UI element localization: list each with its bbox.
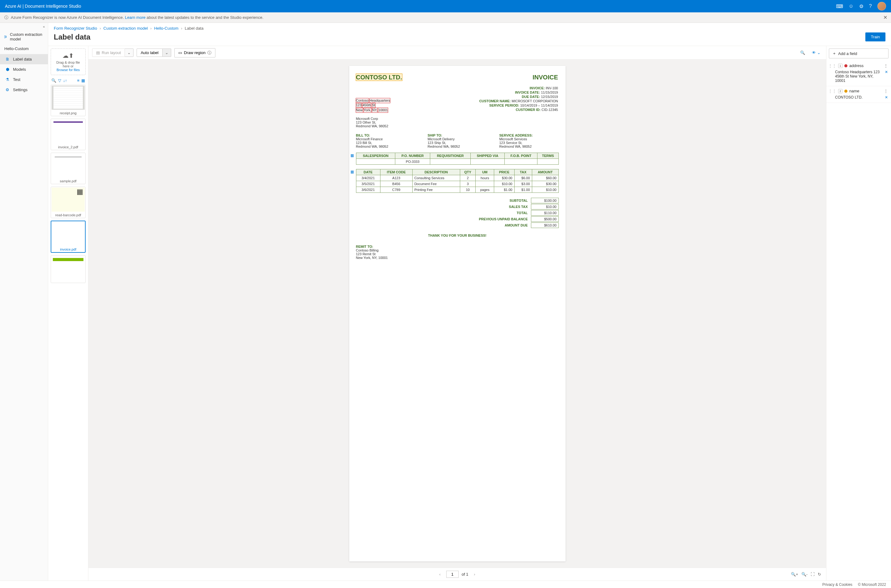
nav-item-models[interactable]: ⬢Models xyxy=(0,64,48,75)
auto-label-button[interactable]: Auto label xyxy=(136,48,162,57)
add-field-button[interactable]: ＋Add a field xyxy=(829,48,888,58)
visibility-icon[interactable]: 👁 ⌄ xyxy=(810,49,822,56)
fit-icon[interactable]: ⛶ xyxy=(811,572,814,577)
filter-icon: ⚞ xyxy=(4,34,8,39)
breadcrumb-item[interactable]: Hello-Custom xyxy=(154,26,178,31)
thumbnail-preview xyxy=(52,256,85,280)
auto-label-chevron[interactable]: ⌄ xyxy=(162,48,171,57)
field-index: 2 xyxy=(838,89,843,93)
thumbnail[interactable]: ✓ xyxy=(51,255,86,283)
nav-label: Test xyxy=(13,77,20,82)
header-actions: ⌨ ☺ ⚙ ? xyxy=(836,2,886,10)
drag-handle-icon[interactable]: ⋮⋮ xyxy=(828,63,836,68)
page-number-input[interactable] xyxy=(446,571,459,578)
thumbnails-list: ✓receipt.png✓invoice_2.pdf✓sample.pdf✓re… xyxy=(48,85,88,580)
ship-to-block: SHIP TO:Microsoft Delivery123 Ship St,Re… xyxy=(428,134,487,148)
breadcrumb: Form Recognizer Studio›Custom extraction… xyxy=(48,23,891,31)
line-items-table: DATEITEM CODEDESCRIPTIONQTYUMPRICETAXAMO… xyxy=(356,169,559,193)
remove-value-icon[interactable]: ✕ xyxy=(882,70,888,74)
field-address[interactable]: ⋮⋮1address⋮Contoso Headquarters 123 456t… xyxy=(826,61,891,86)
model-type-selector[interactable]: ⚞ Custom extraction model xyxy=(0,30,48,43)
settings-icon[interactable]: ⚙ xyxy=(859,3,864,9)
thumbnail[interactable]: ✓receipt.png xyxy=(51,85,86,116)
field-index: 1 xyxy=(838,64,843,68)
service-address-block: SERVICE ADDRESS:Microsoft Services123 Se… xyxy=(500,134,559,148)
grid-view-icon[interactable]: ▦ xyxy=(81,78,85,83)
nav-item-test[interactable]: ⚗Test xyxy=(0,75,48,85)
drag-handle-icon[interactable]: ⋮⋮ xyxy=(828,88,836,93)
browse-files-link[interactable]: Browse for files xyxy=(57,68,80,72)
thumbnails-panel: ☁⬆ Drag & drop file here or Browse for f… xyxy=(48,46,88,580)
search-icon[interactable]: 🔍 xyxy=(51,78,56,83)
nav-item-settings[interactable]: ⚙Settings xyxy=(0,85,48,95)
next-page-button[interactable]: › xyxy=(471,571,477,578)
dropzone-text: Drag & drop file here or xyxy=(53,60,84,68)
learn-more-link[interactable]: Learn more xyxy=(125,15,145,20)
plus-icon: ＋ xyxy=(832,51,836,56)
left-nav: « ⚞ Custom extraction model Hello-Custom… xyxy=(0,23,48,580)
nav-icon: ⚗ xyxy=(5,77,10,82)
notification-text: Azure Form Recognizer is now Azure AI Do… xyxy=(11,15,263,20)
field-color-dot xyxy=(844,64,848,68)
thumbnail[interactable]: ✓sample.pdf xyxy=(51,153,86,184)
table-icon[interactable]: ▦ xyxy=(351,153,354,158)
thumbnail-label: read-barcode.pdf xyxy=(51,212,85,218)
list-view-icon[interactable]: ≡ xyxy=(77,78,80,83)
thumbnail-label xyxy=(51,281,85,283)
sort-icon[interactable]: ↓↑ xyxy=(63,78,67,83)
notification-bar: ⓘ Azure Form Recognizer is now Azure AI … xyxy=(0,12,891,23)
breadcrumb-item[interactable]: Custom extraction model xyxy=(104,26,148,31)
project-name[interactable]: Hello-Custom xyxy=(0,43,48,54)
privacy-link[interactable]: Privacy & Cookies xyxy=(822,582,852,587)
bill-to-block: BILL TO:Microsoft Finance123 Bill St,Red… xyxy=(356,134,416,148)
upload-icon: ☁⬆ xyxy=(53,52,84,59)
scan-icon: ▤ xyxy=(96,50,100,55)
zoom-in-icon[interactable]: 🔍+ xyxy=(791,572,798,577)
filter-icon[interactable]: ▽ xyxy=(58,78,61,83)
breadcrumb-item: Label data xyxy=(185,26,204,31)
feedback-icon[interactable]: ☺ xyxy=(849,3,854,9)
totals-block: SUBTOTAL$100.00SALES TAX$10.00TOTAL$110.… xyxy=(356,198,559,228)
field-name[interactable]: ⋮⋮2name⋮CONTOSO LTD.✕ xyxy=(826,86,891,103)
field-value: Contoso Headquarters 123 456th St New Yo… xyxy=(835,70,882,83)
remit-to-block: REMIT TO:Contoso Billing123 Remit StNew … xyxy=(356,245,559,260)
rotate-icon[interactable]: ↻ xyxy=(818,572,821,577)
field-name: address xyxy=(849,63,864,68)
more-icon[interactable]: ⋮ xyxy=(884,63,888,68)
canvas-toolbar: ▤Run layout ⌄ Auto label ⌄ ▭Draw region … xyxy=(88,46,826,60)
po-table: SALESPERSONP.O. NUMBERREQUISITIONERSHIPP… xyxy=(356,153,559,165)
doc-company-name[interactable]: CONTOSO LTD. xyxy=(356,74,402,81)
nav-item-label-data[interactable]: 🗎Label data xyxy=(0,54,48,64)
nav-label: Settings xyxy=(13,87,27,92)
page-footer: Privacy & Cookies © Microsoft 2022 xyxy=(0,580,891,588)
collapse-nav-icon[interactable]: « xyxy=(0,23,48,30)
table-icon[interactable]: ▦ xyxy=(351,170,354,174)
thumbnail[interactable]: ✓invoice.pdf xyxy=(51,220,86,253)
thumbnail-label: receipt.png xyxy=(51,110,85,116)
help-icon[interactable]: ? xyxy=(869,3,872,9)
close-icon[interactable]: ✕ xyxy=(883,15,887,20)
keyboard-icon[interactable]: ⌨ xyxy=(836,3,843,9)
info-icon: ⓘ xyxy=(4,15,8,20)
page-total: of 1 xyxy=(462,572,468,577)
thumbnail[interactable]: ✓read-barcode.pdf xyxy=(51,187,86,218)
user-avatar[interactable] xyxy=(878,2,886,10)
app-header: Azure AI | Document Intelligence Studio … xyxy=(0,0,891,12)
thumbnail[interactable]: ✓invoice_2.pdf xyxy=(51,118,86,150)
draw-region-button[interactable]: ▭Draw region ⓘ xyxy=(174,48,215,57)
thumbnail-preview xyxy=(52,188,85,212)
canvas-footer: ‹ of 1 › 🔍+ 🔍- ⛶ ↻ xyxy=(88,568,826,580)
breadcrumb-item[interactable]: Form Recognizer Studio xyxy=(54,26,97,31)
more-icon[interactable]: ⋮ xyxy=(884,88,888,93)
nav-icon: 🗎 xyxy=(5,57,10,62)
remove-value-icon[interactable]: ✕ xyxy=(882,95,888,99)
file-dropzone[interactable]: ☁⬆ Drag & drop file here or Browse for f… xyxy=(51,48,86,75)
app-title: Azure AI | Document Intelligence Studio xyxy=(5,4,81,9)
search-icon[interactable]: 🔍 xyxy=(798,49,807,56)
prev-page-button[interactable]: ‹ xyxy=(437,571,443,578)
page-title: Label data xyxy=(54,33,90,41)
train-button[interactable]: Train xyxy=(866,33,885,41)
zoom-out-icon[interactable]: 🔍- xyxy=(801,572,807,577)
thumbnail-tools: 🔍 ▽ ↓↑ ≡ ▦ xyxy=(48,78,88,85)
document-page[interactable]: CONTOSO LTD. INVOICE INVOICE: INV-100INV… xyxy=(349,66,566,561)
